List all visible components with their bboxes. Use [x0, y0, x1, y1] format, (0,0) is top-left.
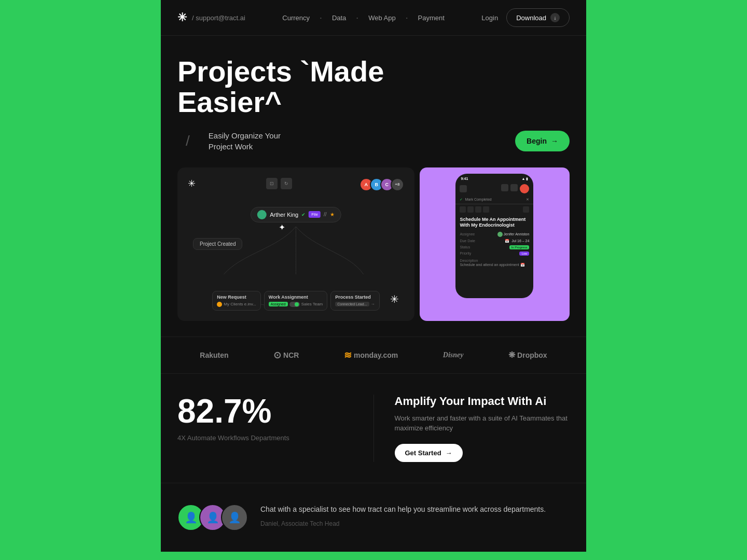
wf-verified-icon: ✔	[301, 212, 306, 217]
mobile-detail-status: Status In Progress	[455, 244, 533, 250]
wf-user-chip: Arther King ✔ File // ★	[251, 207, 341, 222]
mobile-screen: 9:41 ▲ ▮	[455, 174, 533, 298]
nav-link-currency[interactable]: Currency	[282, 14, 310, 22]
logo-icon: ✳	[177, 11, 187, 24]
wifi-icon: ▲	[521, 177, 525, 180]
mobile-action-2[interactable]	[467, 206, 474, 213]
wf-project-created: Project Created	[193, 238, 242, 250]
dropbox-label: Dropbox	[517, 351, 547, 359]
hero-section: Projects `Made Easier^ / Easily Organize…	[161, 36, 586, 167]
login-button[interactable]: Login	[481, 14, 498, 22]
hero-title: Projects `Made Easier^	[177, 57, 570, 118]
brand-monday: ≋ monday.com	[344, 349, 398, 361]
wf-file-badge: File	[309, 211, 321, 218]
nav-link-payment[interactable]: Payment	[418, 14, 445, 22]
brand-rakuten: Rakuten	[200, 351, 228, 359]
workflow-card: ✳ ⊡ ↻ A B C +8	[177, 167, 414, 321]
wf-step-dot-1	[217, 302, 222, 307]
mobile-action-more[interactable]	[523, 206, 529, 213]
wf-asterisk-icon: ✳	[188, 178, 196, 189]
wf-diagram: ✦ Arther King ✔ File // ★ Project Create…	[188, 207, 404, 311]
nav-link-webapp[interactable]: Web App	[368, 14, 396, 22]
wf-step-label-2: Work Assignment	[269, 295, 323, 300]
mobile-duedate-value: 📅 Jul 16 – 24	[505, 239, 529, 243]
brand-disney: Disney	[443, 351, 464, 359]
mobile-task-header: ✓ Mark Completed ✕	[455, 195, 533, 204]
wf-step-content-2: Assigned Sales Team	[269, 302, 323, 307]
nav-link-data[interactable]: Data	[332, 14, 346, 22]
wf-user-avatar	[257, 210, 267, 219]
wf-step-content-1: My Clients e.inv...	[217, 302, 256, 307]
nav-support-email: / support@tract.ai	[192, 14, 245, 22]
stats-description: Work smarter and faster with a suite of …	[395, 413, 570, 433]
mobile-action-icons	[455, 204, 533, 215]
mobile-action-3[interactable]	[475, 206, 481, 213]
wf-toggle[interactable]	[289, 302, 300, 307]
wf-icon-monitor[interactable]: ⊡	[266, 178, 278, 189]
brand-ncr: ⊙ NCR	[273, 349, 299, 361]
mobile-priority-badge: Low	[519, 251, 529, 256]
mobile-toolbar	[455, 182, 533, 195]
mobile-status-badge: In Progress	[509, 245, 530, 249]
download-button[interactable]: Download ↓	[506, 8, 570, 27]
begin-arrow-icon: →	[551, 137, 558, 145]
mobile-close-icon[interactable]: ✕	[526, 198, 529, 202]
stats-title: Amplify Your Impact With Ai	[395, 395, 570, 408]
mobile-task-title: Schedule Me An Appointment With My Endoc…	[455, 215, 533, 231]
mobile-status-label: Status	[460, 245, 470, 249]
wf-step-label-1: New Request	[217, 295, 256, 300]
wf-step-label-3: Process Started	[335, 295, 375, 300]
begin-button[interactable]: Begin →	[515, 131, 570, 151]
mobile-action-1[interactable]	[460, 206, 466, 213]
mobile-avatar	[520, 184, 529, 193]
wf-avatars: A B C +8	[363, 178, 404, 191]
get-started-label: Get Started	[405, 449, 441, 457]
disney-label: Disney	[443, 351, 464, 359]
mobile-action-4[interactable]	[483, 206, 489, 213]
wf-header: ✳ ⊡ ↻ A B C +8	[188, 178, 404, 191]
stats-right: Amplify Your Impact With Ai Work smarter…	[374, 395, 570, 462]
cta-attribution: Daniel, Associate Tech Head	[260, 520, 546, 527]
wf-step-text-3: →	[371, 302, 375, 306]
wf-star-icon: ★	[330, 212, 335, 217]
mobile-bell-icon[interactable]	[510, 184, 518, 191]
wf-step-work-assignment: Work Assignment Assigned Sales Team	[264, 291, 327, 311]
wf-user-name: Arther King	[270, 212, 298, 218]
mobile-search-icon[interactable]	[501, 184, 508, 191]
mobile-menu-icon[interactable]	[460, 185, 467, 192]
mobile-duedate-label: Due Date	[460, 239, 475, 243]
mobile-desc-text: Schedule and attend an appointment 📅	[455, 263, 533, 267]
wf-step-process-started: Process Started Connected Lead... →	[330, 291, 379, 311]
cta-main-text: Chat with a specialist to see how tract …	[260, 504, 546, 515]
navbar: ✳ / support@tract.ai Currency • Data • W…	[161, 0, 586, 36]
stats-label: 4X Automate Workflows Departments	[177, 434, 353, 442]
wf-step-badge-connected: Connected Lead...	[335, 302, 369, 306]
monday-label: monday.com	[354, 351, 398, 359]
begin-label: Begin	[527, 137, 547, 145]
get-started-arrow-icon: →	[446, 449, 452, 457]
mobile-detail-duedate: Due Date 📅 Jul 16 – 24	[455, 238, 533, 244]
cards-row: ✳ ⊡ ↻ A B C +8	[161, 167, 586, 337]
mobile-mark-row: ✓ Mark Completed ✕	[460, 198, 529, 202]
mobile-status-bar: 9:41 ▲ ▮	[455, 174, 533, 182]
wf-step-text-1: My Clients e.inv...	[224, 302, 256, 306]
stats-left: 82.7% 4X Automate Workflows Departments	[177, 395, 374, 462]
mobile-assignee-value: Jenifer Anniston	[497, 232, 530, 237]
wf-icon-refresh[interactable]: ↻	[281, 178, 292, 189]
mobile-check-icon: ✓	[460, 198, 463, 202]
rakuten-label: Rakuten	[200, 351, 228, 359]
battery-icon: ▮	[526, 177, 528, 181]
stats-section: 82.7% 4X Automate Workflows Departments …	[161, 373, 586, 483]
hero-slash: /	[186, 133, 190, 149]
get-started-button[interactable]: Get Started →	[395, 444, 463, 462]
wf-step-new-request: New Request My Clients e.inv...	[212, 291, 261, 311]
wf-steps: New Request My Clients e.inv... Work Ass…	[188, 291, 404, 311]
wf-step-content-3: Connected Lead... →	[335, 302, 375, 306]
ncr-icon: ⊙	[273, 349, 281, 361]
mobile-detail-priority: Priority Low	[455, 250, 533, 257]
monday-icon: ≋	[344, 349, 352, 361]
app-container: ✳ / support@tract.ai Currency • Data • W…	[161, 0, 586, 552]
mobile-mark-text: Mark Completed	[465, 198, 491, 201]
mobile-time: 9:41	[461, 177, 468, 180]
stats-number: 82.7%	[177, 395, 353, 428]
